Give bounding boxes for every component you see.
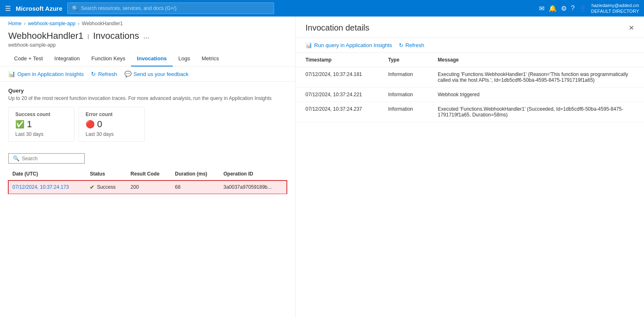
error-count: 0 [97,119,102,130]
date-link[interactable]: 07/12/2024, 10:37:24.173 [12,184,69,190]
detail-table-container: Timestamp Type Message 07/12/2024, 10:37… [296,53,644,318]
cell-status: ✔ Success [86,180,126,194]
page-title-separator: | [88,33,89,39]
detail-timestamp-3: 07/12/2024, 10:37:24.237 [296,102,378,122]
topbar-icons: ✉ 🔔 ⚙ ? 👤 haziedaimy@added.cm DEFAULT DI… [539,2,639,14]
error-count-card: Error count 🔴 0 Last 30 days [79,107,145,142]
breadcrumb-sep-2: › [78,21,79,26]
query-title: Query [8,88,287,94]
error-icon: 🔴 [86,120,95,129]
detail-col-message: Message [428,53,644,67]
query-section: Query Up to 20 of the most recent functi… [0,82,295,153]
detail-refresh-icon: ↻ [399,42,403,48]
success-period: Last 30 days [15,131,67,137]
refresh-icon: ↻ [91,71,96,77]
tab-function-keys[interactable]: Function Keys [86,51,131,66]
run-query-button[interactable]: 📊 Run query in Application Insights [305,42,392,48]
page-section-title: Invocations [93,31,139,41]
detail-col-timestamp: Timestamp [296,53,378,67]
detail-refresh-label: Refresh [405,42,425,48]
cell-operation-id: 3a0037a97059189b... [219,180,287,194]
error-value-row: 🔴 0 [86,119,138,130]
detail-type-2: Information [378,88,428,102]
global-search[interactable]: 🔍 [67,2,274,14]
tab-code-test[interactable]: Code + Test [8,51,49,66]
cell-duration: 68 [171,180,219,194]
col-header-operation-id: Operation ID [219,168,287,180]
success-count-card: Success count ✅ 1 Last 30 days [8,107,74,142]
detail-col-type: Type [378,53,428,67]
detail-row: 07/12/2024, 10:37:24.237 Information Exe… [296,102,644,122]
user-directory: DEFAULT DIRECTORY [591,8,639,14]
stats-row: Success count ✅ 1 Last 30 days Error cou… [8,107,287,142]
tab-invocations[interactable]: Invocations [131,51,172,66]
detail-panel-title: Invocation details [305,23,370,33]
hamburger-icon[interactable]: ☰ [5,5,11,12]
search-box-icon: 🔍 [13,155,19,161]
col-header-status: Status [86,168,126,180]
detail-row: 07/12/2024, 10:37:24.181 Information Exe… [296,67,644,88]
user-icon[interactable]: 👤 [579,5,587,12]
breadcrumb-home[interactable]: Home [8,21,21,26]
topbar: ☰ Microsoft Azure 🔍 ✉ 🔔 ⚙ ? 👤 haziedaimy… [0,0,644,17]
page-subtitle: webhook-sample-app [0,41,295,51]
status-cell: ✔ Success [90,184,122,190]
search-input[interactable] [81,5,270,11]
detail-message-3: Executed 'Functions.WebhookHandler1' (Su… [428,102,644,122]
tab-logs[interactable]: Logs [173,51,196,66]
query-description: Up to 20 of the most recent function inv… [8,95,287,101]
error-label: Error count [86,112,138,117]
main-layout: Home › webhook-sample-app › WebhookHandl… [0,17,644,318]
col-header-duration: Duration (ms) [171,168,219,180]
user-info: haziedaimy@added.cm DEFAULT DIRECTORY [591,2,639,14]
more-options-button[interactable]: ... [143,32,150,40]
settings-icon[interactable]: ⚙ [561,5,567,12]
search-row: 🔍 [0,153,295,168]
table-header-row: Date (UTC) Status Result Code Duration (… [8,168,287,180]
tabs-nav: Code + Test Integration Function Keys In… [0,51,295,66]
error-period: Last 30 days [86,131,138,137]
detail-row: 07/12/2024, 10:37:24.221 Information Web… [296,88,644,102]
status-success-icon: ✔ [90,184,95,190]
col-header-date: Date (UTC) [8,168,86,180]
success-icon: ✅ [15,120,24,129]
user-email: haziedaimy@added.cm [591,2,639,8]
open-insights-label: Open in Application Insights [17,71,83,77]
detail-message-2: Webhook triggered [428,88,644,102]
search-box[interactable]: 🔍 [8,153,85,164]
invocations-toolbar: 📊 Open in Application Insights ↻ Refresh… [0,66,295,82]
detail-timestamp-2: 07/12/2024, 10:37:24.221 [296,88,378,102]
email-icon[interactable]: ✉ [539,5,544,12]
notification-icon[interactable]: 🔔 [549,5,557,12]
success-count: 1 [27,119,32,130]
search-input[interactable] [22,156,80,161]
tab-integration[interactable]: Integration [49,51,86,66]
breadcrumb-app[interactable]: webhook-sample-app [28,21,76,26]
detail-message-1: Executing 'Functions.WebhookHandler1' (R… [428,67,644,88]
cell-date: 07/12/2024, 10:37:24.173 [8,180,86,194]
detail-type-1: Information [378,67,428,88]
feedback-button[interactable]: 💬 Send us your feedback [124,71,188,77]
success-value-row: ✅ 1 [15,119,67,130]
search-icon: 🔍 [72,5,79,12]
page-title: WebhookHandler1 [8,31,83,41]
col-header-result-code: Result Code [126,168,171,180]
status-text: Success [97,184,115,190]
detail-header-row: Timestamp Type Message [296,53,644,67]
close-panel-button[interactable]: ✕ [629,24,634,32]
cell-result-code: 200 [126,180,171,194]
invocations-table: Date (UTC) Status Result Code Duration (… [8,168,287,194]
chart-icon: 📊 [8,71,15,77]
refresh-button[interactable]: ↻ Refresh [91,71,117,77]
detail-refresh-button[interactable]: ↻ Refresh [399,42,425,48]
table-row[interactable]: 07/12/2024, 10:37:24.173 ✔ Success 200 6… [8,180,287,194]
success-label: Success count [15,112,67,117]
detail-toolbar: 📊 Run query in Application Insights ↻ Re… [296,38,644,53]
detail-type-3: Information [378,102,428,122]
help-icon[interactable]: ? [571,5,575,12]
breadcrumb-current: WebhookHandler1 [82,21,123,26]
feedback-icon: 💬 [124,71,131,77]
breadcrumb-sep-1: › [24,21,26,26]
open-insights-button[interactable]: 📊 Open in Application Insights [8,71,83,77]
tab-metrics[interactable]: Metrics [196,51,225,66]
